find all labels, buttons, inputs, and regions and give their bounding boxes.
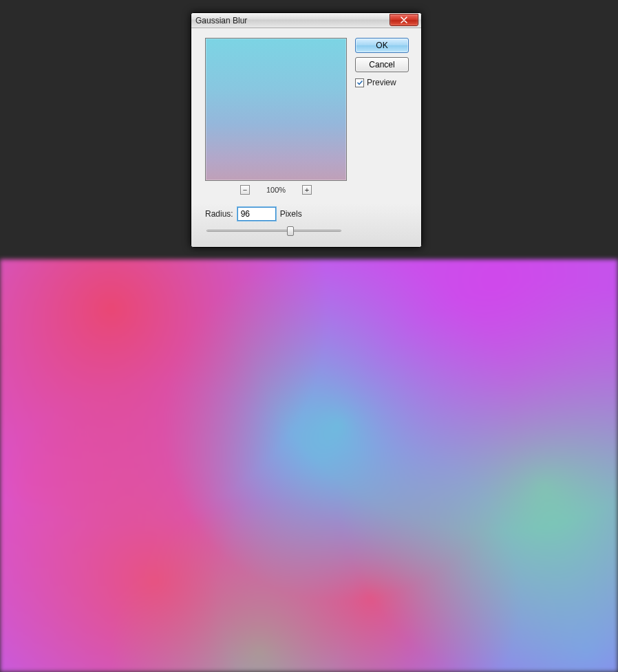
document-canvas (0, 259, 618, 672)
dialog-left-column: − 100% + Radius: Pixels (205, 38, 347, 236)
zoom-controls: − 100% + (205, 185, 347, 195)
radius-label: Radius: (205, 209, 233, 219)
radius-slider[interactable] (206, 226, 341, 236)
ok-button[interactable]: OK (355, 38, 409, 53)
zoom-in-button[interactable]: + (302, 185, 312, 195)
dialog-right-column: OK Cancel Preview (355, 38, 412, 236)
plus-icon: + (305, 186, 309, 194)
cancel-button[interactable]: Cancel (355, 57, 409, 72)
cancel-button-label: Cancel (369, 60, 394, 69)
preview-checkbox-label: Preview (367, 78, 396, 87)
zoom-level: 100% (264, 186, 288, 194)
close-button[interactable] (390, 14, 418, 26)
slider-track-line (206, 230, 341, 232)
minus-icon: − (243, 186, 247, 194)
ok-button-label: OK (376, 41, 387, 50)
zoom-out-button[interactable]: − (240, 185, 250, 195)
effect-preview[interactable] (205, 38, 347, 181)
preview-checkbox[interactable] (355, 78, 364, 87)
gaussian-blur-dialog: Gaussian Blur − 100% + Radius: Pixel (191, 12, 422, 248)
radius-unit: Pixels (280, 209, 302, 219)
dialog-titlebar[interactable]: Gaussian Blur (191, 13, 421, 28)
dialog-title: Gaussian Blur (195, 16, 247, 25)
radius-row: Radius: Pixels (205, 207, 347, 221)
radius-input[interactable] (237, 207, 276, 221)
check-icon (356, 79, 363, 86)
slider-thumb[interactable] (287, 226, 294, 236)
preview-checkbox-row: Preview (355, 78, 412, 87)
dialog-body: − 100% + Radius: Pixels OK (191, 28, 421, 247)
close-icon (401, 17, 407, 23)
